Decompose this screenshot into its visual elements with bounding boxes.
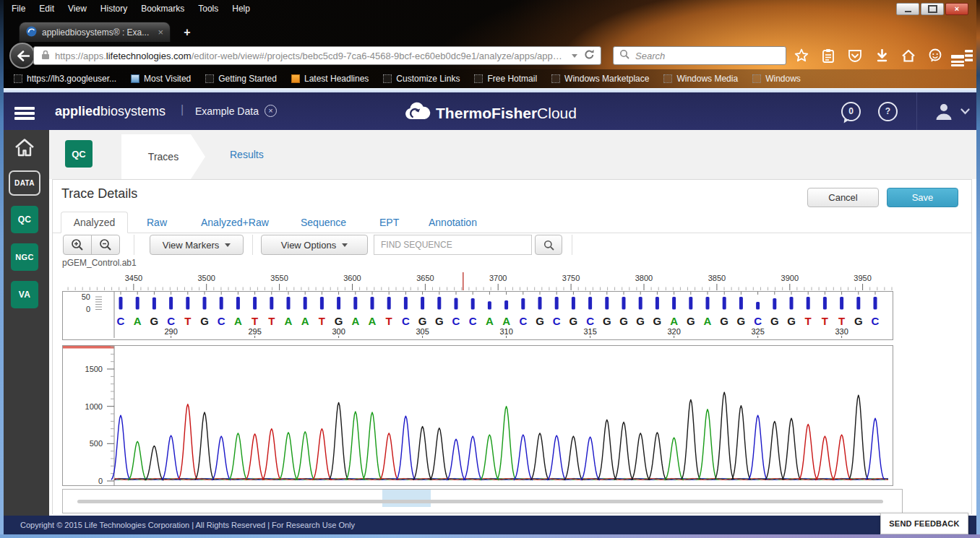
svg-text:G: G xyxy=(687,315,695,327)
tab-analyzed[interactable]: Analyzed xyxy=(61,212,128,233)
svg-text:500: 500 xyxy=(90,439,103,448)
feedback-smiley-icon[interactable] xyxy=(924,45,946,66)
trace-details-panel: Trace Details Cancel Save Analyzed Raw A… xyxy=(52,179,972,514)
tab-results[interactable]: Results xyxy=(230,130,264,179)
tab-ept[interactable]: EPT xyxy=(379,212,399,233)
browser-tab[interactable]: appliedbiosystems® : Exa... × xyxy=(19,22,171,42)
minimize-button[interactable] xyxy=(896,3,919,15)
bookmarks-list-icon[interactable] xyxy=(817,45,839,66)
svg-text:C: C xyxy=(469,315,477,327)
svg-text:C: C xyxy=(452,315,460,327)
svg-text:G: G xyxy=(569,315,578,327)
maximize-button[interactable] xyxy=(921,3,944,15)
bookmark-item[interactable]: Customize Links xyxy=(377,71,466,86)
zoom-in-button[interactable] xyxy=(63,235,92,255)
svg-text:0: 0 xyxy=(86,305,90,313)
new-tab-button[interactable]: + xyxy=(178,25,197,40)
window-border-left xyxy=(0,0,4,538)
view-options-dropdown[interactable]: View Options xyxy=(261,235,368,255)
home-icon xyxy=(13,137,36,157)
svg-text:A: A xyxy=(502,315,510,327)
url-bar[interactable]: https://apps.lifetechnologies.com/editor… xyxy=(33,46,601,65)
back-button[interactable] xyxy=(9,43,35,69)
menu-help[interactable]: Help xyxy=(232,4,250,14)
view-markers-dropdown[interactable]: View Markers xyxy=(150,235,244,255)
pocket-icon[interactable] xyxy=(844,45,866,66)
bookmark-item[interactable]: Getting Started xyxy=(199,71,283,86)
sidebar-item-home[interactable] xyxy=(13,137,36,160)
bookmark-favicon-icon xyxy=(663,74,672,83)
project-close-icon[interactable]: × xyxy=(265,105,277,117)
svg-text:A: A xyxy=(234,315,242,327)
chromatogram[interactable]: 050010001500 xyxy=(62,345,893,486)
scrollbar-track[interactable] xyxy=(77,500,883,503)
bookmark-item[interactable]: Most Visited xyxy=(124,71,197,86)
menu-history[interactable]: History xyxy=(100,4,127,14)
svg-text:G: G xyxy=(787,315,796,327)
cancel-button[interactable]: Cancel xyxy=(807,188,879,207)
menu-file[interactable]: File xyxy=(12,4,25,14)
caret-down-icon xyxy=(225,243,231,247)
svg-text:0: 0 xyxy=(98,477,103,485)
close-button[interactable]: × xyxy=(945,3,968,15)
zoom-out-button[interactable] xyxy=(91,235,120,255)
svg-text:A: A xyxy=(134,315,142,327)
svg-text:A: A xyxy=(670,315,678,327)
svg-text:G: G xyxy=(854,315,863,327)
search-input[interactable] xyxy=(634,50,780,62)
scrollbar-visible-window[interactable] xyxy=(382,490,431,507)
bookmark-item[interactable]: Free Hotmail xyxy=(468,71,543,86)
menu-tools[interactable]: Tools xyxy=(198,4,218,14)
tab-annotation[interactable]: Annotation xyxy=(429,212,477,233)
url-dropdown-icon[interactable] xyxy=(572,54,577,58)
reload-icon[interactable] xyxy=(584,49,595,62)
bookmarks-bar: https://lh3.googleuser... Most Visited G… xyxy=(0,69,980,88)
notifications-button[interactable]: 0 xyxy=(841,102,861,121)
position-ruler[interactable]: 3450350035503600365037003750380038503900… xyxy=(62,272,893,290)
cloud-icon xyxy=(403,102,431,125)
browser-menu-icon[interactable] xyxy=(951,45,973,66)
trace-file-name: pGEM_Control.ab1 xyxy=(62,258,137,268)
tab-sequence[interactable]: Sequence xyxy=(301,212,346,233)
tab-close-icon[interactable]: × xyxy=(158,27,163,37)
download-icon[interactable] xyxy=(871,45,893,66)
bookmark-favicon-icon xyxy=(551,74,560,83)
svg-text:A: A xyxy=(285,315,293,327)
sidebar-item-data[interactable]: DATA xyxy=(9,170,40,196)
svg-text:C: C xyxy=(218,315,225,327)
menu-view[interactable]: View xyxy=(68,4,87,14)
svg-text:T: T xyxy=(838,315,845,327)
bookmark-item[interactable]: Windows Marketplace xyxy=(545,71,656,86)
trace-scrollbar[interactable] xyxy=(62,489,903,513)
send-feedback-button[interactable]: SEND FEEDBACK xyxy=(880,513,968,534)
bookmark-item[interactable]: https://lh3.googleuser... xyxy=(7,71,123,86)
tab-traces[interactable]: Traces xyxy=(121,134,205,179)
save-button[interactable]: Save xyxy=(887,188,958,207)
svg-text:A: A xyxy=(351,315,359,327)
find-sequence-input[interactable] xyxy=(374,235,532,255)
qc-app-badge: QC xyxy=(65,140,93,168)
tab-analyzed-raw[interactable]: Analyzed+Raw xyxy=(201,212,269,233)
sidebar-item-qc[interactable]: QC xyxy=(11,206,38,233)
home-icon[interactable] xyxy=(898,45,919,66)
find-search-button[interactable] xyxy=(535,235,562,255)
account-menu[interactable] xyxy=(916,92,970,130)
bookmark-item[interactable]: Latest Headlines xyxy=(285,71,375,86)
svg-text:A: A xyxy=(704,315,712,327)
user-icon xyxy=(934,103,953,120)
zoom-out-icon xyxy=(99,238,112,251)
menu-edit[interactable]: Edit xyxy=(39,4,54,14)
bookmark-star-icon[interactable] xyxy=(791,45,812,66)
tab-raw[interactable]: Raw xyxy=(147,212,167,233)
sidebar-item-va[interactable]: VA xyxy=(11,281,38,308)
app-menu-icon[interactable] xyxy=(14,105,35,122)
sequence-strip[interactable]: 500CAGC290TGCAT295TAATG300AATCG305GCCAA3… xyxy=(62,291,893,340)
app-footer: Copyright © 2015 Life Technologies Corpo… xyxy=(0,516,980,534)
bookmark-item[interactable]: Windows xyxy=(746,71,807,86)
bookmark-item[interactable]: Windows Media xyxy=(657,71,744,86)
sidebar-item-ngc[interactable]: NGC xyxy=(11,243,38,271)
nav-icons xyxy=(791,45,973,66)
svg-text:1000: 1000 xyxy=(85,402,103,411)
help-button[interactable]: ? xyxy=(878,102,898,121)
menu-bookmarks[interactable]: Bookmarks xyxy=(141,4,184,14)
